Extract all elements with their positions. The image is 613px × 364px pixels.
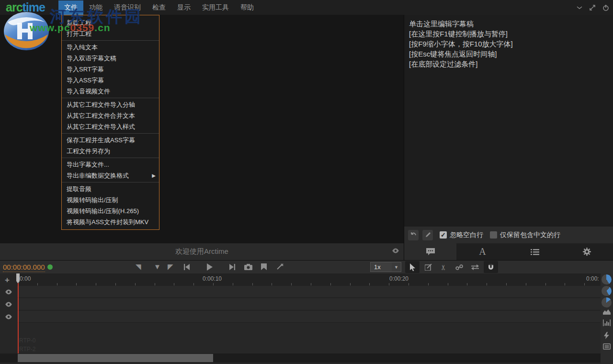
menu-file[interactable]: 文件 (58, 0, 83, 15)
bookmark-icon[interactable] (261, 263, 267, 270)
menu-item-merge-text-from-project[interactable]: 从其它工程文件合并文本 (62, 110, 159, 121)
magic-wand-icon[interactable] (276, 263, 284, 270)
submenu-arrow-icon: ▶ (152, 170, 156, 181)
menu-item-import-av-file[interactable]: 导入音视频文件 (62, 86, 159, 97)
play-icon[interactable] (206, 263, 213, 271)
subtitle-draft-editor[interactable]: 单击这里编辑字幕稿 [在这里按F1键控制播放与暂停] [按F9缩小字体，按F10… (404, 15, 613, 73)
mark-in-icon[interactable]: ◥ (136, 262, 141, 271)
eye-icon[interactable] (5, 314, 12, 319)
timeline-ruler[interactable]: 0:00 0:00:10 0:00:20 0:00: (0, 273, 613, 286)
timeline-track[interactable] (0, 298, 601, 310)
menu-item-extract-audio[interactable]: 提取音频 (62, 183, 159, 194)
ruler-label: 0:00:20 (389, 275, 409, 282)
eye-icon[interactable] (392, 248, 399, 253)
editor-line: [按F9缩小字体，按F10放大字体] (409, 39, 608, 49)
timeline-track[interactable] (0, 311, 601, 323)
menu-item-import-styles-from-project[interactable]: 从其它工程文件导入样式 (62, 121, 159, 132)
edit-pencil-button[interactable] (422, 230, 433, 240)
menu-bar: arctime 文件 功能 语音识别 检查 显示 实用工具 帮助 (0, 0, 613, 15)
file-dropdown-menu: 新建工程 打开工程 导入纯文本 导入双语字幕文稿 导入SRT字幕 导入ASS字幕… (61, 15, 159, 230)
knob-dial[interactable] (602, 297, 612, 307)
menu-item-import-plain-text[interactable]: 导入纯文本 (62, 42, 159, 53)
playhead-line (18, 283, 19, 353)
power-icon[interactable] (602, 4, 609, 11)
menu-separator (62, 158, 159, 158)
track-label: RTP-2 (19, 346, 35, 353)
track-gutter: + (0, 273, 17, 364)
swap-tool-button[interactable] (468, 261, 482, 273)
menu-item-save-project-as[interactable]: 工程文件另存为 (62, 146, 159, 157)
menu-item-import-bilingual[interactable]: 导入双语字幕文稿 (62, 53, 159, 64)
select-tool-button[interactable] (405, 261, 420, 273)
tab-text-style[interactable]: A (456, 243, 509, 260)
panel-tab-bar: A (404, 243, 613, 260)
playback-speed-value[interactable]: 1x (370, 262, 392, 272)
eye-icon[interactable] (5, 289, 12, 295)
skip-end-icon[interactable] (229, 264, 236, 270)
menu-item-export-subtitle-file[interactable]: 导出字幕文件... (62, 159, 159, 170)
bar-chart-icon[interactable] (603, 319, 611, 326)
menu-separator (62, 182, 159, 182)
timecode-display[interactable]: 00:00:00.000 (3, 263, 45, 272)
undo-button[interactable] (408, 230, 419, 240)
menu-display[interactable]: 显示 (171, 0, 196, 15)
list-box-icon[interactable] (603, 343, 611, 350)
timeline-side-toolbar (601, 273, 613, 364)
menu-item-new-project[interactable]: 新建工程 (62, 17, 159, 28)
knob-dial[interactable] (602, 286, 612, 296)
timeline-track[interactable] (0, 286, 601, 298)
tab-settings[interactable] (561, 243, 613, 260)
skip-start-icon[interactable] (183, 264, 190, 270)
waveform-view-icon[interactable] (603, 309, 611, 315)
ignore-blank-lines-checkbox[interactable]: ✓ (440, 231, 447, 239)
menu-item-save-generate-ass[interactable]: 保存工程并生成ASS字幕 (62, 135, 159, 146)
ruler-ticks (18, 283, 601, 285)
menu-check[interactable]: 检查 (147, 0, 171, 15)
editor-toolbar: ✓ 忽略空白行 仅保留包含中文的行 (404, 227, 613, 243)
drop-subtitle-icon[interactable]: ▼ (154, 262, 161, 271)
chinese-only-checkbox[interactable] (490, 231, 497, 239)
editor-line: 单击这里编辑字幕稿 (409, 19, 608, 29)
menu-item-mux-mkv[interactable]: 将视频与ASS文件封装到MKV (62, 216, 159, 228)
edit-subtitle-tool-button[interactable] (421, 261, 435, 273)
logo-arc: arc (6, 0, 23, 14)
menu-item-export-nle-format[interactable]: 导出非编数据交换格式▶ (62, 170, 159, 181)
menu-item-import-srt[interactable]: 导入SRT字幕 (62, 64, 159, 75)
video-preview-area (0, 15, 404, 243)
magnet-snap-button[interactable] (484, 261, 498, 273)
eye-icon[interactable] (5, 302, 12, 307)
add-track-icon[interactable]: + (5, 275, 10, 285)
lightning-icon[interactable] (604, 332, 609, 339)
menu-item-label: 导出非编数据交换格式 (67, 172, 129, 179)
tab-subtitles[interactable] (404, 243, 456, 260)
menu-item-transcode-h265[interactable]: 视频转码输出/压制(H.265) (62, 205, 159, 216)
chinese-only-label: 仅保留包含中文的行 (500, 231, 560, 239)
welcome-text: 欢迎使用Arctime (175, 247, 228, 256)
menu-item-import-tracks-from-project[interactable]: 从其它工程文件导入分轴 (62, 99, 159, 110)
mark-out-icon[interactable]: ◤ (168, 262, 173, 271)
chevron-down-icon[interactable] (577, 6, 582, 10)
link-tool-button[interactable] (452, 261, 466, 273)
scrollbar-thumb[interactable] (18, 354, 213, 362)
logo-time: time (23, 0, 45, 14)
menu-utilities[interactable]: 实用工具 (196, 0, 235, 15)
menu-item-import-ass[interactable]: 导入ASS字幕 (62, 75, 159, 86)
editor-line: [在底部设定过滤条件] (409, 59, 608, 69)
knob-dial[interactable] (602, 274, 612, 284)
editor-line: [在这里按F1键控制播放与暂停] (409, 29, 608, 39)
menu-item-open-project[interactable]: 打开工程 (62, 28, 159, 39)
editor-line: [按Esc键将焦点返回时间轴] (409, 49, 608, 59)
menu-speech-recognition[interactable]: 语音识别 (108, 0, 147, 15)
transport-control-bar: 00:00:00.000 ◥ ▼ ◤ 1x ▼ ✂ (0, 260, 613, 273)
speed-dropdown-caret[interactable]: ▼ (392, 262, 401, 272)
fullscreen-icon[interactable] (589, 4, 596, 11)
snapshot-camera-icon[interactable] (244, 264, 252, 270)
welcome-bar: 欢迎使用Arctime (0, 243, 404, 260)
menu-functions[interactable]: 功能 (83, 0, 108, 15)
subtitle-editor-panel: 单击这里编辑字幕稿 [在这里按F1键控制播放与暂停] [按F9缩小字体，按F10… (404, 15, 613, 260)
timeline-area: 0:00 0:00:10 0:00:20 0:00: + RTP-0 RTP-2 (0, 273, 613, 364)
menu-item-transcode-video[interactable]: 视频转码输出/压制 (62, 194, 159, 205)
tab-subtitle-list[interactable] (509, 243, 561, 260)
cut-tool-button[interactable]: ✂ (436, 261, 451, 273)
menu-help[interactable]: 帮助 (235, 0, 260, 15)
